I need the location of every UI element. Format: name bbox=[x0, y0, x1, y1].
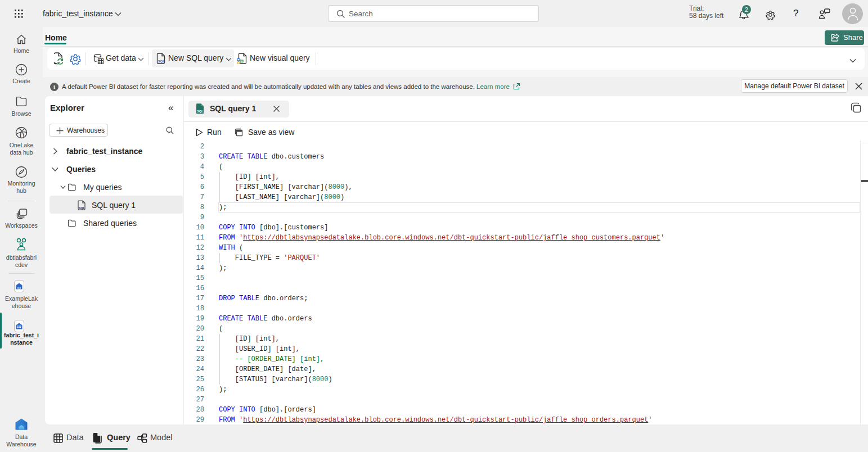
svg-text:SQL: SQL bbox=[158, 60, 165, 63]
svg-text:SQL: SQL bbox=[79, 206, 86, 210]
svg-text:SQL: SQL bbox=[197, 110, 204, 113]
